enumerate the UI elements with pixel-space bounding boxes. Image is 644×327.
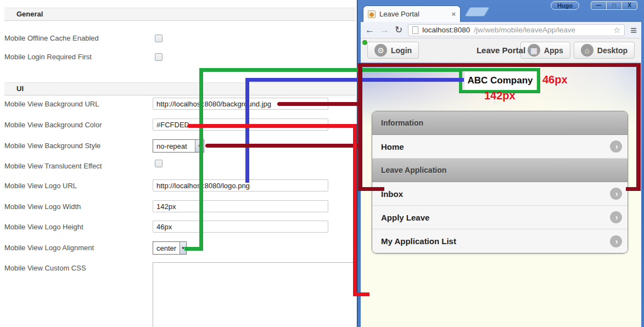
login-label: Login [391, 46, 412, 55]
red-line-foot [353, 292, 369, 296]
maroon-frame-top [358, 63, 641, 67]
offline-cache-checkbox[interactable] [155, 35, 163, 42]
close-button[interactable]: X [621, 1, 637, 10]
logo-url-label: Mobile View Logo URL [4, 182, 77, 190]
screen: General Mobile Offline Cache Enabled Mob… [0, 0, 644, 327]
menu-item-home[interactable]: Home › [372, 135, 628, 159]
chevron-right-icon: › [610, 188, 622, 200]
apps-button[interactable]: ▦ Apps [520, 42, 570, 59]
home-icon: ⌂ [581, 44, 593, 57]
tab-title: Leave Portal [379, 10, 447, 18]
login-required-label: Mobile Login Required First [4, 53, 92, 61]
menu-list: Information Home › Leave Application Inb… [372, 111, 628, 253]
section-header-general: General [4, 8, 356, 21]
logo-alignment-select[interactable]: center ▾ [153, 241, 187, 255]
browser-toolbar: ← → ↻ localhost:8080 /jw/web/mobile/leav… [361, 22, 641, 38]
grid-icon: ▦ [528, 44, 540, 57]
logo-url-input[interactable] [153, 179, 328, 191]
browser-menu-icon[interactable]: ≡ [630, 25, 637, 36]
window-controls: — □ X [591, 1, 637, 10]
custom-css-textarea[interactable] [153, 262, 361, 327]
bg-style-select[interactable]: no-repeat ▾ [153, 139, 204, 153]
logo-width-label: Mobile View Logo Width [4, 202, 81, 211]
tab-close-icon[interactable]: × [451, 10, 456, 18]
bookmark-star-icon[interactable]: ☆ [613, 25, 620, 35]
logo-alignment-value: center [153, 244, 180, 252]
chevron-right-icon: › [610, 235, 622, 247]
logo-alignment-label: Mobile View Logo Alignment [4, 244, 94, 252]
menu-header-information: Information [372, 111, 628, 135]
green-line-vertical [199, 68, 203, 251]
gear-icon: ⚙ [374, 44, 387, 57]
desktop-label: Desktop [597, 46, 628, 55]
logo-height-annotation: 46px [542, 74, 568, 86]
titlebar[interactable]: Leave Portal × Hugo — □ X [357, 0, 644, 22]
mobile-view: ABC Company Information Home › Leave App… [361, 63, 641, 327]
logo-width-input[interactable] [153, 200, 328, 212]
logo-height-label: Mobile View Logo Height [4, 223, 83, 231]
header-right-buttons: ▦ Apps ⌂ Desktop [520, 42, 635, 59]
forward-icon[interactable]: → [380, 25, 389, 35]
page-icon [412, 26, 418, 34]
logo-height-input[interactable] [153, 221, 328, 233]
bg-style-value: no-repeat [153, 142, 195, 150]
red-line-vertical [353, 124, 357, 296]
blue-line-vertical [245, 78, 249, 183]
translucent-checkbox[interactable] [155, 160, 163, 167]
apps-label: Apps [544, 46, 563, 55]
menu-item-my-application-list[interactable]: My Application List › [372, 229, 628, 253]
browser-window: Leave Portal × Hugo — □ X ← → ↻ localhos… [357, 0, 644, 327]
green-line-horizontal [199, 68, 459, 72]
maroon-line-bg-style [205, 144, 362, 148]
menu-item-apply-leave[interactable]: Apply Leave › [372, 206, 628, 229]
back-icon[interactable]: ← [365, 25, 374, 35]
bg-style-label: Mobile View Background Style [4, 142, 100, 150]
translucent-label: Mobile View Translucent Effect [4, 162, 102, 170]
tab-favicon-icon [368, 10, 376, 18]
maroon-frame-left [358, 63, 362, 191]
profile-button[interactable]: Hugo [551, 1, 579, 10]
offline-cache-label: Mobile Offline Cache Enabled [4, 34, 99, 42]
status-dot [362, 40, 367, 45]
chevron-right-icon: › [610, 211, 622, 223]
green-line-foot [184, 247, 203, 251]
minimize-button[interactable]: — [591, 1, 607, 10]
app-header: Leave Portal ⚙ Login ▦ Apps ⌂ Desktop [361, 38, 641, 63]
menu-header-leave-application: Leave Application [372, 159, 628, 182]
red-line-horizontal [187, 124, 357, 128]
section-header-ui: UI [4, 82, 356, 95]
maximize-button[interactable]: □ [606, 1, 622, 10]
blue-line-horizontal [245, 78, 464, 82]
bg-color-label: Mobile View Background Color [4, 121, 102, 129]
url-path: /jw/web/mobile/leaveApp/leave [474, 26, 575, 34]
maroon-frame-right-foot [626, 187, 641, 191]
bg-url-label: Mobile View Background URL [4, 100, 99, 108]
login-button[interactable]: ⚙ Login [367, 42, 419, 59]
new-tab-button[interactable] [464, 7, 490, 16]
maroon-line-bg-url [277, 102, 362, 106]
url-host: localhost:8080 [422, 26, 470, 34]
maroon-frame-left-foot [358, 187, 384, 191]
desktop-button[interactable]: ⌂ Desktop [574, 42, 635, 59]
chevron-right-icon: › [610, 140, 622, 153]
address-bar[interactable]: localhost:8080 /jw/web/mobile/leaveApp/l… [408, 24, 625, 36]
reload-icon[interactable]: ↻ [395, 25, 402, 35]
maroon-frame-right [636, 63, 641, 191]
logo-width-annotation: 142px [484, 89, 516, 102]
custom-css-label: Mobile View Custom CSS [4, 264, 86, 272]
login-required-checkbox[interactable] [155, 53, 163, 61]
menu-item-inbox[interactable]: Inbox › [372, 182, 628, 206]
browser-tab[interactable]: Leave Portal × [363, 5, 461, 22]
